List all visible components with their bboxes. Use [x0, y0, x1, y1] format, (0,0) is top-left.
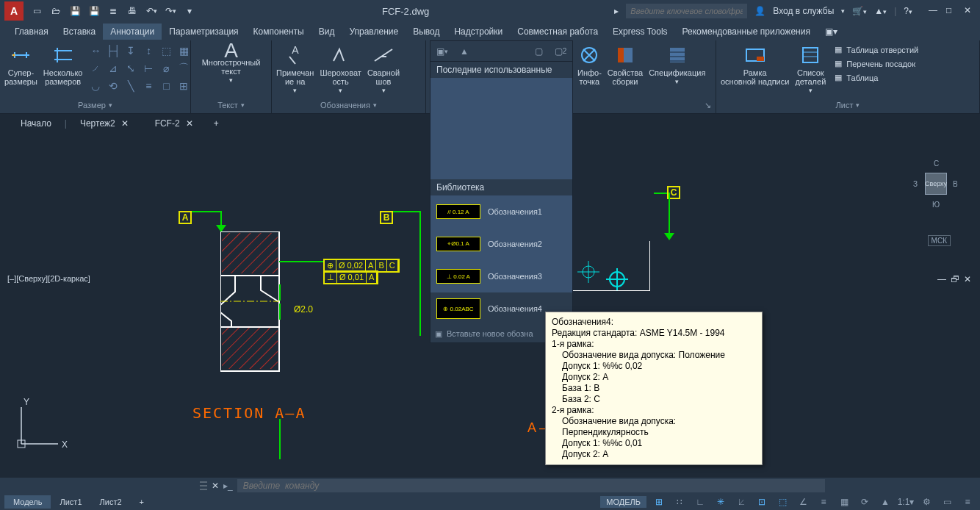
- dim-tool-icon[interactable]: ≡: [141, 79, 156, 93]
- osnap-icon[interactable]: ⊡: [754, 495, 770, 509]
- grid-icon[interactable]: ⊞: [651, 495, 667, 509]
- menu-collab[interactable]: Совместная работа: [510, 24, 605, 40]
- dim-tool-icon[interactable]: ⌀: [159, 61, 173, 76]
- dim-tool-icon[interactable]: ⊞: [176, 79, 191, 93]
- search-trigger-icon[interactable]: ▸: [614, 6, 619, 16]
- roughness-button[interactable]: Шероховат ость▾: [320, 43, 361, 95]
- snap-icon[interactable]: ∷: [671, 495, 688, 509]
- menu-output[interactable]: Вывод: [406, 24, 447, 40]
- ortho-icon[interactable]: ∟: [692, 495, 708, 509]
- view-cube[interactable]: Сверху С Ю В З: [910, 158, 962, 209]
- save-icon[interactable]: 💾: [68, 4, 82, 18]
- menu-parametrize[interactable]: Параметризация: [162, 24, 245, 40]
- user-icon[interactable]: 👤: [754, 6, 765, 16]
- weld-button[interactable]: Сварной шов▾: [367, 43, 400, 95]
- scale-icon[interactable]: 1:1▾: [898, 495, 914, 509]
- menu-insert[interactable]: Вставка: [56, 24, 104, 40]
- dim-tool-icon[interactable]: ▦: [176, 43, 191, 58]
- menu-recommended[interactable]: Рекомендованные приложения: [675, 24, 818, 40]
- signin-label[interactable]: Вход в службы: [773, 6, 834, 16]
- menu-view[interactable]: Вид: [311, 24, 342, 40]
- dim-tool-icon[interactable]: ↕: [141, 43, 156, 58]
- spec-button[interactable]: Спецификация▾: [649, 43, 705, 86]
- saveas-icon[interactable]: 💾: [87, 4, 101, 18]
- dim-tool-icon[interactable]: ⟋: [88, 61, 103, 76]
- dim-tool-icon[interactable]: ├┤: [106, 43, 120, 58]
- model-space-indicator[interactable]: МОДЕЛЬ: [600, 496, 646, 508]
- maximize-button[interactable]: □: [946, 5, 958, 17]
- redo-icon[interactable]: ↷▾: [163, 4, 178, 18]
- dim-tool-icon[interactable]: ↔: [88, 43, 103, 58]
- undo-icon[interactable]: ↶▾: [144, 4, 159, 18]
- menu-manage[interactable]: Управление: [342, 24, 406, 40]
- workspace-icon[interactable]: ▭: [939, 495, 955, 509]
- lib-item[interactable]: // 0.12 AОбозначения1: [430, 195, 572, 228]
- multi-dimensions-button[interactable]: Несколько размеров: [43, 43, 83, 86]
- annoscale-icon[interactable]: ▲: [877, 495, 893, 509]
- dim-tool-icon[interactable]: ⊢: [141, 61, 156, 76]
- transparency-icon[interactable]: ▦: [836, 495, 852, 509]
- cmd-grip-icon[interactable]: [200, 481, 207, 491]
- lib-tool-icon[interactable]: ▣▾: [435, 44, 450, 59]
- table-button[interactable]: ▦Таблица: [832, 71, 921, 84]
- dim-tool-icon[interactable]: ⟲: [106, 79, 120, 93]
- command-input[interactable]: [237, 479, 825, 492]
- vp-close-icon[interactable]: ✕: [964, 274, 974, 284]
- cycling-icon[interactable]: ⟳: [857, 495, 873, 509]
- qat-more-icon[interactable]: ▾: [182, 4, 197, 18]
- new-icon[interactable]: ▭: [29, 4, 44, 18]
- iso-icon[interactable]: ⟀: [733, 495, 749, 509]
- insert-fcf-icon[interactable]: ▣: [435, 329, 442, 339]
- lib-tool-icon[interactable]: ▢2: [553, 44, 568, 59]
- vp-restore-icon[interactable]: 🗗: [951, 274, 961, 284]
- minimize-button[interactable]: —: [929, 5, 940, 17]
- customize-icon[interactable]: ≡: [959, 495, 976, 509]
- lib-tool-icon[interactable]: ▢: [531, 44, 546, 59]
- dim-tool-icon[interactable]: ◡: [88, 79, 103, 93]
- menu-home[interactable]: Главная: [7, 24, 56, 40]
- layout-tab-sheet1[interactable]: Лист1: [51, 495, 90, 509]
- lib-tool-icon[interactable]: ▲: [457, 44, 472, 59]
- otrack-icon[interactable]: ∠: [795, 495, 811, 509]
- tab-close-icon[interactable]: ✕: [121, 118, 129, 129]
- layout-tab-model[interactable]: Модель: [4, 495, 51, 509]
- vp-minimize-icon[interactable]: —: [937, 274, 948, 284]
- lib-item[interactable]: ⊥ 0.02 AОбозначения3: [430, 260, 572, 292]
- menu-addins[interactable]: Надстройки: [447, 24, 510, 40]
- osnap3d-icon[interactable]: ⬚: [774, 495, 790, 509]
- assembly-props-button[interactable]: Свойства сборки: [608, 43, 643, 86]
- coord-system[interactable]: МСК: [928, 235, 951, 246]
- dim-tool-icon[interactable]: ↧: [123, 43, 138, 58]
- search-input[interactable]: [626, 4, 747, 18]
- lweight-icon[interactable]: ≡: [815, 495, 832, 509]
- layout-tab-sheet2[interactable]: Лист2: [91, 495, 131, 509]
- hole-table-button[interactable]: ▦Таблица отверстий: [832, 43, 921, 56]
- menu-components[interactable]: Компоненты: [246, 24, 311, 40]
- dim-tool-icon[interactable]: ⌒: [176, 61, 191, 76]
- layer-icon[interactable]: ≣: [106, 4, 120, 18]
- note-button[interactable]: A Примечан ие на▾: [276, 43, 314, 95]
- app-logo[interactable]: A: [4, 1, 24, 21]
- close-button[interactable]: ✕: [964, 5, 976, 17]
- lib-item[interactable]: ⌖Ø0.1 AОбозначения2: [430, 228, 572, 260]
- viewport-label[interactable]: [–][Сверху][2D-каркас]: [7, 274, 90, 283]
- dim-tool-icon[interactable]: ⤡: [123, 61, 138, 76]
- a360-icon[interactable]: ▲▾: [874, 6, 887, 16]
- title-block-button[interactable]: Рамка основной надписи: [721, 43, 789, 86]
- layout-add-button[interactable]: +: [131, 495, 153, 509]
- dim-tool-icon[interactable]: ╲: [123, 79, 138, 93]
- open-icon[interactable]: 🗁: [48, 4, 63, 18]
- super-dimensions-button[interactable]: Супер- размеры: [4, 43, 37, 86]
- dim-tool-icon[interactable]: ⊿: [106, 61, 120, 76]
- tab-fcf2[interactable]: FCF-2✕: [142, 115, 206, 132]
- menu-extra-icon[interactable]: ▣▾: [818, 24, 845, 40]
- infopoint-button[interactable]: Инфо- точка: [577, 43, 602, 86]
- menu-annotations[interactable]: Аннотации: [103, 24, 162, 40]
- dim-tool-icon[interactable]: ⬚: [159, 43, 173, 58]
- gear-icon[interactable]: ⚙: [918, 495, 934, 509]
- parts-list-button[interactable]: Список деталей▾: [795, 43, 826, 95]
- plot-icon[interactable]: 🖶: [125, 4, 140, 18]
- cmd-close-icon[interactable]: ✕: [212, 481, 219, 491]
- mtext-button[interactable]: A Многострочный текст ▾: [202, 43, 261, 85]
- polar-icon[interactable]: ✳: [713, 495, 729, 509]
